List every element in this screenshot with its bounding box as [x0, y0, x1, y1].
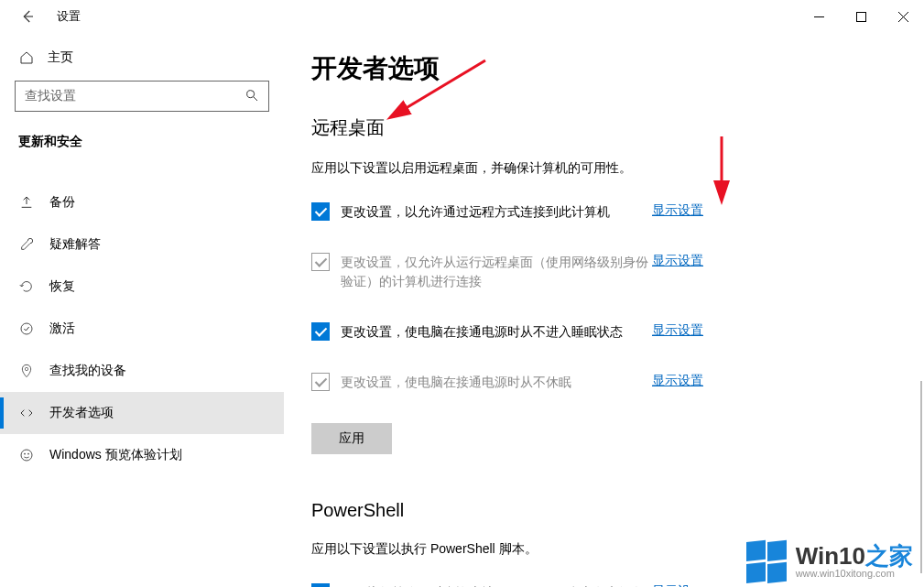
main-content: 开发者选项 远程桌面 应用以下设置以启用远程桌面，并确保计算机的可用性。 更改设… — [284, 33, 924, 587]
show-settings-link[interactable]: 显示设置 — [652, 253, 703, 269]
sidebar-item-label: 恢复 — [49, 278, 75, 295]
svg-rect-2 — [856, 12, 865, 21]
show-settings-link[interactable]: 显示设置 — [652, 202, 703, 219]
back-button[interactable] — [9, 0, 46, 33]
maximize-button[interactable] — [840, 0, 882, 33]
powershell-heading: PowerShell — [311, 500, 887, 521]
checkbox-allow-remote[interactable] — [311, 202, 330, 221]
search-placeholder: 查找设置 — [25, 88, 76, 104]
checkbox-nla-only — [311, 253, 330, 271]
troubleshoot-icon — [18, 236, 35, 253]
sidebar-item-activation[interactable]: 激活 — [0, 308, 284, 350]
sidebar-item-security[interactable]: Windows 安全中心 — [0, 159, 284, 181]
sidebar-section-label: 更新和安全 — [0, 121, 284, 159]
svg-point-5 — [247, 90, 255, 97]
svg-point-8 — [25, 367, 27, 370]
sidebar-item-backup[interactable]: 备份 — [0, 181, 284, 223]
remote-desktop-heading: 远程桌面 — [311, 115, 887, 140]
setting-text: 更改设置，使电脑在接通电源时从不进入睡眠状态 — [341, 322, 652, 342]
sidebar-item-developer[interactable]: 开发者选项 — [0, 392, 284, 434]
watermark-logo — [746, 541, 787, 582]
sidebar-item-label: Windows 预览体验计划 — [49, 447, 182, 463]
show-settings-link[interactable]: 显示设置 — [652, 322, 703, 339]
sidebar: 主页 查找设置 更新和安全 Windows 安全中心 备份 疑难解答 — [0, 33, 284, 587]
home-icon — [18, 50, 35, 65]
sidebar-item-troubleshoot[interactable]: 疑难解答 — [0, 223, 284, 266]
window-title: 设置 — [57, 8, 81, 25]
checkbox-no-hibernate — [311, 373, 330, 391]
svg-point-11 — [27, 453, 29, 455]
checkbox-ps-policy[interactable] — [311, 583, 330, 587]
sidebar-item-label: 开发者选项 — [49, 405, 114, 421]
minimize-button[interactable] — [798, 0, 840, 33]
watermark: Win10之家 www.win10xitong.com — [746, 541, 913, 582]
setting-text: 更改设置，使电脑在接通电源时从不休眠 — [341, 373, 652, 392]
insider-icon — [18, 447, 35, 463]
sidebar-item-recovery[interactable]: 恢复 — [0, 266, 284, 308]
sidebar-item-insider[interactable]: Windows 预览体验计划 — [0, 434, 284, 476]
setting-text: 更改设置，仅允许从运行远程桌面（使用网络级别身份验证）的计算机进行连接 — [341, 253, 652, 291]
checkbox-no-sleep[interactable] — [311, 322, 330, 341]
setting-nla-only: 更改设置，仅允许从运行远程桌面（使用网络级别身份验证）的计算机进行连接 显示设置 — [311, 253, 887, 291]
svg-line-6 — [254, 97, 257, 101]
setting-allow-remote: 更改设置，以允许通过远程方式连接到此计算机 显示设置 — [311, 202, 887, 222]
recovery-icon — [18, 278, 35, 295]
shield-icon — [18, 159, 35, 176]
sidebar-home-label: 主页 — [48, 49, 73, 66]
sidebar-item-label: 备份 — [49, 194, 75, 211]
sidebar-item-label: 激活 — [49, 321, 75, 337]
activation-icon — [18, 321, 35, 337]
page-title: 开发者选项 — [311, 51, 887, 86]
developer-icon — [18, 405, 35, 421]
watermark-brand: Win10之家 — [796, 544, 913, 568]
svg-point-9 — [21, 450, 32, 461]
apply-button[interactable]: 应用 — [311, 423, 392, 454]
scrollbar[interactable] — [920, 381, 922, 573]
search-icon — [245, 88, 259, 105]
backup-icon — [18, 194, 35, 211]
setting-text: 更改执行策略，以允许本地 PowerShell 脚本在未签名的情况下运行。远程脚… — [341, 583, 652, 587]
setting-no-hibernate: 更改设置，使电脑在接通电源时从不休眠 显示设置 — [311, 373, 887, 392]
setting-text: 更改设置，以允许通过远程方式连接到此计算机 — [341, 202, 652, 222]
sidebar-item-label: 查找我的设备 — [49, 363, 126, 379]
remote-desktop-desc: 应用以下设置以启用远程桌面，并确保计算机的可用性。 — [311, 160, 887, 177]
sidebar-item-findmydevice[interactable]: 查找我的设备 — [0, 350, 284, 392]
show-settings-link[interactable]: 显示设置 — [652, 373, 703, 389]
svg-point-10 — [24, 453, 26, 455]
svg-point-7 — [21, 323, 32, 334]
show-settings-link[interactable]: 显示设 — [652, 583, 690, 587]
close-button[interactable] — [882, 0, 924, 33]
sidebar-item-home[interactable]: 主页 — [0, 44, 284, 71]
setting-no-sleep: 更改设置，使电脑在接通电源时从不进入睡眠状态 显示设置 — [311, 322, 887, 342]
search-input[interactable]: 查找设置 — [15, 81, 269, 112]
setting-ps-policy: 更改执行策略，以允许本地 PowerShell 脚本在未签名的情况下运行。远程脚… — [311, 583, 887, 587]
sidebar-item-label: 疑难解答 — [49, 236, 101, 253]
watermark-url: www.win10xitong.com — [796, 568, 913, 579]
findmydevice-icon — [18, 363, 35, 379]
